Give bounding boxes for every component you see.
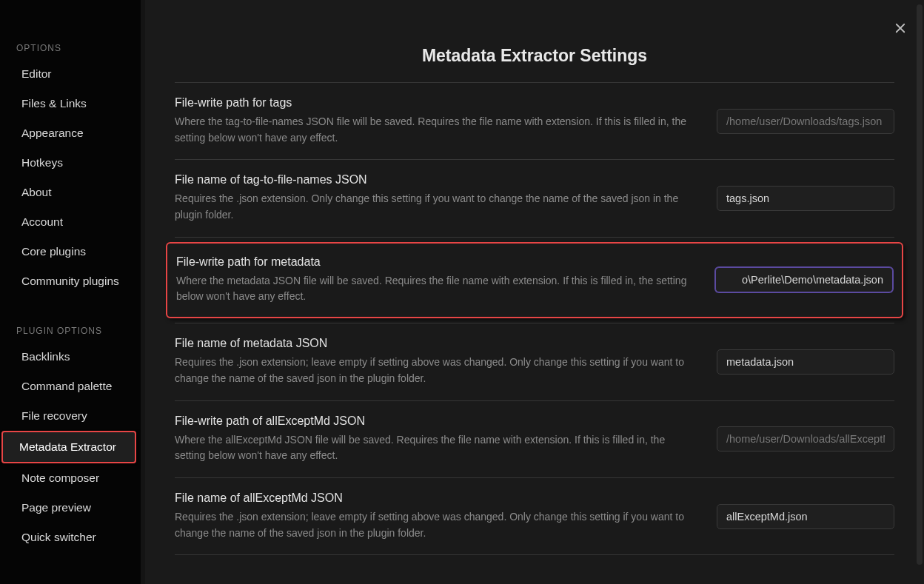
setting-desc: Where the allExceptMd JSON file will be … [175,432,693,464]
setting-desc: Requires the .json extension; leave empt… [175,509,693,541]
sidebar-item-about[interactable]: About [0,178,141,207]
allexceptmd-path-input[interactable] [717,426,894,452]
sidebar-item-quick-switcher[interactable]: Quick switcher [0,523,141,552]
setting-row-tags-path: File-write path for tags Where the tag-t… [175,83,894,160]
sidebar-item-hotkeys[interactable]: Hotkeys [0,148,141,178]
setting-desc: Requires the .json extension. Only chang… [175,191,693,223]
setting-name: File name of metadata JSON [175,337,694,350]
sidebar-item-note-composer[interactable]: Note composer [0,463,141,493]
settings-content: Metadata Extractor Settings File-write p… [145,0,924,584]
sidebar-item-core-plugins[interactable]: Core plugins [0,237,141,266]
setting-name: File name of allExceptMd JSON [175,491,694,505]
sidebar-item-files-links[interactable]: Files & Links [0,89,141,118]
close-icon [894,21,907,35]
setting-name: File-write path of allExceptMd JSON [175,414,694,428]
sidebar-item-file-recovery[interactable]: File recovery [0,401,141,431]
tags-name-input[interactable] [717,186,894,211]
setting-desc: Where the tag-to-file-names JSON file wi… [175,114,693,146]
tags-path-input[interactable] [717,109,894,134]
scrollbar[interactable] [917,4,923,565]
sidebar-item-appearance[interactable]: Appearance [0,118,141,148]
sidebar-heading-options: OPTIONS [0,37,141,59]
metadata-path-input[interactable] [715,267,893,292]
setting-row-tags-name: File name of tag-to-file-names JSON Requ… [175,160,894,237]
sidebar-heading-plugin-options: PLUGIN OPTIONS [0,320,141,342]
highlighted-setting-metadata-path: File-write path for metadata Where the m… [166,242,903,318]
metadata-name-input[interactable] [717,349,894,375]
page-title: Metadata Extractor Settings [175,16,894,82]
sidebar-item-page-preview[interactable]: Page preview [0,493,141,523]
setting-name: File-write path for metadata [176,255,693,269]
setting-desc: Requires the .json extension; leave empt… [175,355,693,386]
sidebar-item-backlinks[interactable]: Backlinks [0,342,141,372]
setting-name: File-write path for tags [175,96,694,110]
sidebar-item-metadata-extractor[interactable]: Metadata Extractor [1,431,136,463]
allexceptmd-name-input[interactable] [717,504,894,529]
sidebar-item-editor[interactable]: Editor [0,59,141,89]
close-button[interactable] [890,18,911,38]
setting-row-allexceptmd-name: File name of allExceptMd JSON Requires t… [175,478,894,555]
setting-name: File name of tag-to-file-names JSON [175,173,694,187]
sidebar-item-account[interactable]: Account [0,207,141,237]
sidebar-item-command-palette[interactable]: Command palette [0,372,141,401]
setting-row-metadata-name: File name of metadata JSON Requires the … [175,323,894,400]
sidebar-item-community-plugins[interactable]: Community plugins [0,266,141,296]
settings-modal: OPTIONS Editor Files & Links Appearance … [0,0,924,584]
setting-row-allexceptmd-path: File-write path of allExceptMd JSON Wher… [175,401,894,478]
setting-desc: Where the metadata JSON file will be sav… [176,273,693,305]
settings-sidebar: OPTIONS Editor Files & Links Appearance … [0,0,141,584]
